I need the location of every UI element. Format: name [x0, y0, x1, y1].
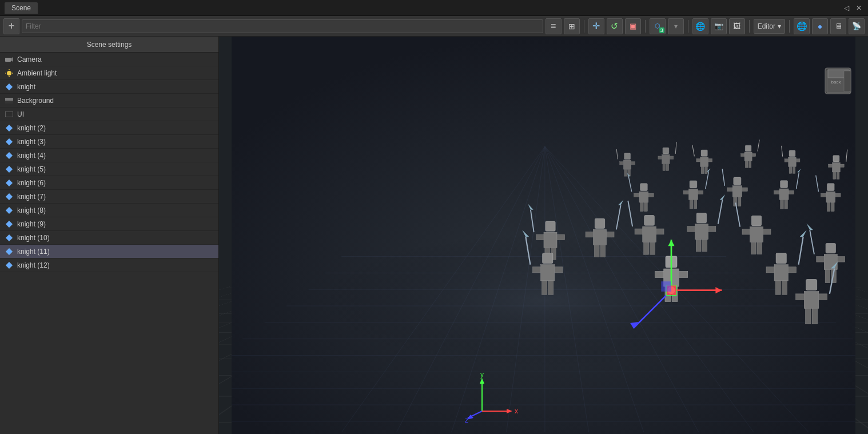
svg-rect-20 [6, 234, 12, 241]
svg-rect-180 [543, 253, 553, 264]
globe-button[interactable]: 🌐 [794, 18, 810, 34]
svg-rect-85 [833, 172, 836, 179]
svg-rect-9 [5, 101, 13, 103]
close-button[interactable]: ✕ [854, 3, 863, 13]
scene-item-camera[interactable]: Camera⋯ [0, 53, 218, 66]
layer-down-button[interactable]: ▾ [668, 18, 684, 34]
z-axis-label: z [465, 416, 468, 423]
svg-rect-138 [594, 245, 599, 257]
camera-button[interactable]: 📷 [711, 18, 727, 34]
svg-rect-0 [5, 58, 11, 62]
diamond-icon [5, 137, 14, 146]
add-object-button[interactable]: + [3, 18, 19, 34]
svg-rect-215 [844, 71, 851, 91]
scene-item-background[interactable]: Background⋯ [0, 94, 218, 107]
svg-rect-123 [827, 202, 830, 212]
svg-rect-183 [555, 267, 563, 273]
editor-dropdown[interactable]: Editor ▾ [754, 19, 785, 34]
svg-rect-127 [544, 232, 557, 248]
scene-item-knight-2[interactable]: knight (2)⋯ [0, 121, 218, 135]
svg-rect-181 [541, 265, 555, 281]
svg-rect-64 [701, 166, 704, 173]
diamond-icon [5, 192, 14, 201]
svg-rect-96 [690, 181, 697, 188]
svg-rect-153 [696, 240, 701, 252]
svg-rect-18 [6, 207, 12, 213]
dots-button[interactable]: ● [812, 18, 828, 34]
sidebar: Scene settings Camera⋯Ambient light⋯knig… [0, 37, 219, 434]
svg-point-2 [7, 71, 11, 75]
gizmo-cube[interactable]: back [822, 65, 857, 99]
svg-rect-157 [751, 216, 761, 225]
diamond-icon [5, 247, 14, 256]
svg-rect-205 [804, 292, 818, 309]
network-button[interactable]: 📡 [849, 18, 865, 34]
scene-item-knight-12[interactable]: knight (12)⋯ [0, 258, 218, 272]
scene-item-label: knight (4) [17, 152, 201, 160]
svg-rect-135 [593, 229, 606, 245]
layers-button[interactable]: ⬡ 3 [650, 18, 666, 34]
scene-item-knight[interactable]: knight⋯ [0, 80, 218, 94]
svg-rect-149 [696, 213, 706, 223]
scene-item-ui[interactable]: UI⋯ [0, 107, 218, 121]
svg-rect-193 [782, 281, 787, 294]
scene-tab[interactable]: Scene [5, 2, 38, 14]
world-sphere-button[interactable]: 🌐 [692, 18, 708, 34]
filter-input[interactable] [22, 19, 543, 33]
scene-item-label: knight (6) [17, 179, 201, 187]
svg-rect-185 [548, 281, 554, 294]
svg-rect-182 [532, 267, 540, 273]
separator-5 [789, 20, 790, 33]
svg-rect-86 [837, 172, 839, 179]
svg-rect-197 [824, 254, 837, 270]
svg-rect-159 [742, 229, 750, 234]
scene-item-knight-11[interactable]: knight (11)⋯ [0, 245, 218, 258]
camera-icon [5, 55, 14, 64]
svg-rect-15 [6, 166, 12, 172]
svg-rect-120 [826, 192, 835, 202]
separator-1 [584, 20, 584, 33]
svg-rect-53 [663, 148, 669, 154]
svg-rect-12 [6, 125, 12, 131]
svg-rect-114 [789, 190, 794, 194]
light-icon [5, 69, 14, 78]
svg-rect-107 [742, 188, 748, 192]
monitor-button[interactable]: 🖥 [830, 18, 846, 34]
svg-rect-54 [662, 154, 670, 164]
svg-rect-100 [690, 200, 693, 209]
diamond-icon [5, 220, 14, 229]
svg-rect-206 [796, 294, 805, 300]
scene-item-label: Camera [17, 55, 201, 63]
scene-item-knight-10[interactable]: knight (10)⋯ [0, 231, 218, 245]
svg-rect-122 [835, 193, 841, 197]
svg-rect-137 [607, 232, 614, 237]
scene-item-knight-7[interactable]: knight (7)⋯ [0, 190, 218, 204]
svg-marker-1 [11, 57, 13, 62]
render-icon-button[interactable]: 🖼 [729, 18, 745, 34]
diamond-icon [5, 82, 14, 91]
svg-rect-167 [679, 271, 687, 277]
list-view-button[interactable]: ≡ [546, 18, 562, 34]
select-tool-button[interactable]: ▣ [625, 18, 641, 34]
scene-item-knight-4[interactable]: knight (4)⋯ [0, 149, 218, 162]
viewport[interactable]: back y x z [219, 37, 868, 434]
scene-item-knight-5[interactable]: knight (5)⋯ [0, 162, 218, 176]
scene-item-label: UI [17, 110, 201, 118]
rotate-tool-button[interactable]: ↺ [607, 18, 623, 34]
grid-view-button[interactable]: ⊞ [564, 18, 580, 34]
collapse-button[interactable]: ◁ [842, 3, 851, 13]
svg-rect-62 [696, 158, 700, 162]
diamond-icon [5, 178, 14, 188]
scene-item-knight-6[interactable]: knight (6)⋯ [0, 176, 218, 190]
scene-item-ambient-light[interactable]: Ambient light⋯ [0, 66, 218, 80]
scene-item-knight-3[interactable]: knight (3)⋯ [0, 135, 218, 149]
svg-rect-58 [666, 164, 669, 170]
svg-rect-109 [738, 197, 741, 206]
scene-item-label: knight (5) [17, 165, 201, 173]
scene-item-knight-8[interactable]: knight (8)⋯ [0, 204, 218, 217]
svg-rect-97 [689, 189, 698, 200]
scene-settings-button[interactable]: Scene settings [0, 37, 218, 53]
svg-rect-126 [546, 221, 555, 231]
scene-item-knight-9[interactable]: knight (9)⋯ [0, 217, 218, 231]
move-tool-button[interactable]: ✛ [588, 18, 604, 34]
